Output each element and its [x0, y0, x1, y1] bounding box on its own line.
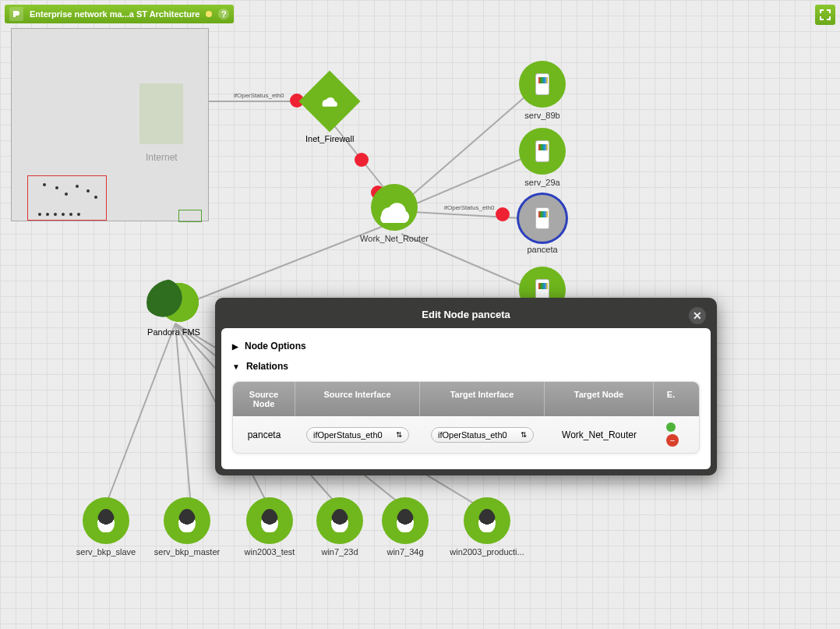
node-label: serv_29a	[524, 178, 559, 187]
node-pandora[interactable]: Pandora FMS	[139, 279, 209, 337]
node-label: win7_23d	[321, 547, 358, 557]
dialog-header[interactable]: Edit Node panceta ✕	[221, 304, 711, 328]
status-critical-icon	[355, 153, 369, 167]
node-label: serv_bkp_slave	[76, 547, 136, 557]
node-panceta[interactable]: panceta	[511, 195, 574, 254]
cell-actions: −	[654, 422, 688, 447]
section-node-options[interactable]: ▶ Node Options	[232, 336, 700, 356]
th-target-interface: Target Interface	[420, 382, 545, 416]
minimap-dot	[55, 186, 58, 189]
edit-node-dialog: Edit Node panceta ✕ ▶ Node Options ▼ Rel…	[215, 298, 717, 475]
node-label: serv_bkp_master	[154, 547, 220, 557]
minimap-dot	[43, 183, 46, 186]
linux-icon	[464, 497, 510, 544]
node-serv-29a[interactable]: serv_29a	[511, 128, 574, 187]
minimap-dot	[65, 193, 68, 196]
select-value: ifOperStatus_eth0	[438, 430, 507, 440]
server-icon	[519, 61, 566, 108]
linux-icon	[246, 497, 293, 544]
caret-icon: ⇅	[396, 430, 402, 439]
node-firewall[interactable]: Inet_Firewall	[305, 80, 354, 143]
node-label: win2003_producti...	[450, 547, 524, 557]
node-win2003-test[interactable]: win2003_test	[238, 497, 301, 557]
node-label: serv_89b	[524, 111, 559, 120]
chevron-down-icon: ▼	[232, 362, 240, 371]
svg-line-8	[175, 323, 191, 507]
node-label: Pandora FMS	[139, 327, 209, 337]
node-win7-23d[interactable]: win7_23d	[309, 497, 371, 557]
th-source-interface: Source Interface	[295, 382, 420, 416]
linux-icon	[382, 497, 429, 544]
target-interface-select[interactable]: ifOperStatus_eth0 ⇅	[431, 427, 534, 443]
section-label: Node Options	[245, 341, 306, 352]
firewall-icon	[299, 70, 361, 132]
node-label: Inet_Firewall	[305, 134, 354, 143]
th-target-node: Target Node	[545, 382, 654, 416]
node-label: win2003_test	[245, 547, 295, 557]
node-serv-89b[interactable]: serv_89b	[511, 61, 574, 120]
section-relations[interactable]: ▼ Relations	[232, 356, 700, 376]
table-row: panceta ifOperStatus_eth0 ⇅ ifOperStatus…	[233, 416, 699, 453]
help-icon[interactable]: ?	[218, 9, 229, 19]
node-serv-bkp-slave[interactable]: serv_bkp_slave	[75, 497, 137, 557]
chevron-right-icon: ▶	[232, 342, 238, 351]
select-value: ifOperStatus_eth0	[313, 430, 383, 440]
linux-icon	[164, 497, 210, 544]
node-label: win7_34g	[386, 547, 423, 557]
node-serv-bkp-master[interactable]: serv_bkp_master	[156, 497, 218, 557]
minimap-highlight	[178, 210, 202, 222]
node-router[interactable]: Work_Net_Router	[363, 184, 425, 243]
dialog-body: ▶ Node Options ▼ Relations Source Node S…	[221, 328, 711, 469]
minimap-dot	[62, 213, 65, 216]
fullscreen-button[interactable]	[815, 5, 835, 25]
minimap-dot	[46, 213, 49, 216]
status-critical-icon	[496, 207, 510, 221]
minimap[interactable]: Internet	[11, 28, 209, 221]
svg-line-7	[105, 323, 175, 507]
cell-source-node: panceta	[233, 429, 295, 440]
titlebar: Enterprise network ma...a ST Architectur…	[5, 5, 234, 23]
status-ok-icon	[666, 422, 676, 432]
page-title: Enterprise network ma...a ST Architectur…	[30, 9, 199, 19]
minimap-dot	[38, 213, 41, 216]
node-win7-34g[interactable]: win7_34g	[374, 497, 436, 557]
minimap-block	[139, 83, 183, 144]
minimap-dot	[86, 189, 90, 193]
dialog-title: Edit Node panceta	[422, 309, 510, 320]
minimap-dot	[69, 213, 72, 216]
source-interface-select[interactable]: ifOperStatus_eth0 ⇅	[306, 427, 409, 443]
node-win2003-producti[interactable]: win2003_producti...	[444, 497, 530, 557]
table-header: Source Node Source Interface Target Inte…	[233, 382, 699, 416]
minimap-dot	[54, 213, 57, 216]
close-icon[interactable]: ✕	[689, 307, 706, 324]
app-logo-icon[interactable]	[9, 7, 23, 21]
pandora-logo-icon	[146, 279, 201, 326]
delete-relation-button[interactable]: −	[666, 434, 679, 447]
server-icon	[519, 195, 566, 242]
node-label: panceta	[527, 245, 557, 254]
cell-target-node: Work_Net_Router	[545, 429, 654, 440]
th-e: E.	[654, 382, 688, 416]
server-icon	[519, 128, 566, 175]
minimap-dot	[94, 196, 97, 199]
section-label: Relations	[246, 361, 288, 372]
linux-icon	[316, 497, 363, 544]
minimap-dot	[77, 213, 80, 216]
minimap-dot	[76, 185, 79, 188]
edge-label: ifOperStatus_eth0	[444, 204, 494, 211]
edge-label: ifOperStatus_eth0	[234, 92, 284, 99]
relations-table: Source Node Source Interface Target Inte…	[232, 381, 700, 454]
minimap-label: Internet	[146, 152, 178, 163]
linux-icon	[83, 497, 129, 544]
status-dot-icon	[206, 11, 212, 17]
router-icon	[371, 184, 418, 231]
caret-icon: ⇅	[521, 430, 527, 439]
th-source-node: Source Node	[233, 382, 295, 416]
node-label: Work_Net_Router	[360, 234, 429, 243]
